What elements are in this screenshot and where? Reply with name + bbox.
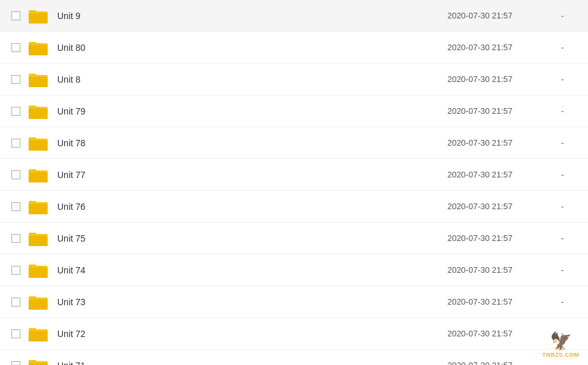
row-checkbox-6[interactable] bbox=[11, 170, 20, 179]
folder-icon bbox=[28, 326, 48, 342]
file-date: 2020-07-30 21:57 bbox=[416, 233, 544, 243]
folder-icon bbox=[28, 230, 48, 247]
file-size: - bbox=[544, 43, 582, 52]
table-row[interactable]: Unit 9 2020-07-30 21:57 - bbox=[0, 0, 588, 32]
row-checkbox-3[interactable] bbox=[11, 75, 20, 84]
file-size: - bbox=[544, 202, 582, 211]
table-row[interactable]: Unit 75 2020-07-30 21:57 - bbox=[0, 223, 588, 254]
checkbox-cell bbox=[6, 298, 25, 306]
row-checkbox-11[interactable] bbox=[11, 329, 20, 338]
checkbox-cell bbox=[6, 43, 25, 52]
file-size: - bbox=[544, 233, 582, 243]
row-checkbox-5[interactable] bbox=[11, 139, 20, 148]
table-row[interactable]: Unit 76 2020-07-30 21:57 - bbox=[0, 191, 588, 223]
checkbox-cell bbox=[6, 139, 25, 148]
folder-icon bbox=[28, 262, 48, 279]
file-name: Unit 75 bbox=[51, 233, 416, 244]
file-name: Unit 71 bbox=[51, 361, 416, 366]
checkbox-cell bbox=[6, 329, 25, 338]
file-date: 2020-07-30 21:57 bbox=[416, 329, 544, 338]
checkbox-cell bbox=[6, 234, 25, 243]
file-size: - bbox=[544, 11, 582, 20]
file-size: - bbox=[544, 74, 582, 84]
checkbox-cell bbox=[6, 361, 25, 366]
folder-icon bbox=[28, 39, 48, 56]
folder-icon-cell bbox=[25, 294, 51, 310]
folder-icon bbox=[28, 357, 48, 366]
file-date: 2020-07-30 21:57 bbox=[416, 106, 544, 116]
file-name: Unit 80 bbox=[51, 43, 416, 53]
checkbox-cell bbox=[6, 75, 25, 84]
file-size: - bbox=[544, 138, 582, 148]
watermark-text: TNBZS.COM bbox=[542, 352, 579, 358]
file-name: Unit 77 bbox=[51, 170, 416, 180]
folder-icon-cell bbox=[25, 167, 51, 183]
folder-icon-cell bbox=[25, 230, 51, 247]
table-row[interactable]: Unit 74 2020-07-30 21:57 - bbox=[0, 254, 588, 286]
row-checkbox-1[interactable] bbox=[11, 11, 20, 20]
row-checkbox-4[interactable] bbox=[11, 107, 20, 116]
checkbox-cell bbox=[6, 266, 25, 275]
table-row[interactable]: Unit 8 2020-07-30 21:57 - bbox=[0, 64, 588, 95]
folder-icon-cell bbox=[25, 103, 51, 120]
row-checkbox-2[interactable] bbox=[11, 43, 20, 52]
checkbox-cell bbox=[6, 107, 25, 116]
file-date: 2020-07-30 21:57 bbox=[416, 11, 544, 20]
folder-icon bbox=[28, 71, 48, 88]
table-row[interactable]: Unit 78 2020-07-30 21:57 - bbox=[0, 127, 588, 159]
folder-icon-cell bbox=[25, 39, 51, 56]
folder-icon-cell bbox=[25, 357, 51, 366]
file-date: 2020-07-30 21:57 bbox=[416, 43, 544, 52]
file-name: Unit 9 bbox=[51, 11, 416, 21]
row-checkbox-10[interactable] bbox=[11, 298, 20, 306]
checkbox-cell bbox=[6, 170, 25, 179]
row-checkbox-12[interactable] bbox=[11, 361, 20, 366]
file-list: Unit 9 2020-07-30 21:57 - Unit 80 2020-0… bbox=[0, 0, 588, 365]
row-checkbox-9[interactable] bbox=[11, 266, 20, 275]
file-date: 2020-07-30 21:57 bbox=[416, 170, 544, 179]
folder-icon bbox=[28, 198, 48, 215]
file-size: - bbox=[544, 361, 582, 365]
table-row[interactable]: Unit 77 2020-07-30 21:57 - bbox=[0, 159, 588, 191]
table-row[interactable]: Unit 79 2020-07-30 21:57 - bbox=[0, 95, 588, 127]
file-size: - bbox=[544, 106, 582, 116]
checkbox-cell bbox=[6, 202, 25, 211]
file-name: Unit 72 bbox=[51, 329, 416, 339]
folder-icon-cell bbox=[25, 326, 51, 342]
file-size: - bbox=[544, 170, 582, 179]
file-name: Unit 78 bbox=[51, 138, 416, 148]
file-size: - bbox=[544, 297, 582, 306]
table-row[interactable]: Unit 73 2020-07-30 21:57 - bbox=[0, 286, 588, 318]
watermark-bird-icon: 🦅 bbox=[550, 331, 572, 352]
folder-icon bbox=[28, 103, 48, 120]
folder-icon bbox=[28, 167, 48, 183]
folder-icon-cell bbox=[25, 198, 51, 215]
file-date: 2020-07-30 21:57 bbox=[416, 361, 544, 365]
folder-icon bbox=[28, 8, 48, 24]
file-date: 2020-07-30 21:57 bbox=[416, 297, 544, 306]
folder-icon-cell bbox=[25, 135, 51, 151]
file-name: Unit 74 bbox=[51, 265, 416, 275]
file-date: 2020-07-30 21:57 bbox=[416, 138, 544, 148]
table-row[interactable]: Unit 71 2020-07-30 21:57 - bbox=[0, 350, 588, 365]
file-name: Unit 79 bbox=[51, 106, 416, 116]
folder-icon-cell bbox=[25, 262, 51, 279]
table-row[interactable]: Unit 80 2020-07-30 21:57 - bbox=[0, 32, 588, 64]
file-date: 2020-07-30 21:57 bbox=[416, 265, 544, 275]
row-checkbox-8[interactable] bbox=[11, 234, 20, 243]
folder-icon-cell bbox=[25, 8, 51, 24]
file-size: - bbox=[544, 265, 582, 275]
row-checkbox-7[interactable] bbox=[11, 202, 20, 211]
file-date: 2020-07-30 21:57 bbox=[416, 202, 544, 211]
folder-icon-cell bbox=[25, 71, 51, 88]
table-row[interactable]: Unit 72 2020-07-30 21:57 - bbox=[0, 318, 588, 350]
file-name: Unit 73 bbox=[51, 297, 416, 307]
file-name: Unit 8 bbox=[51, 74, 416, 85]
file-name: Unit 76 bbox=[51, 202, 416, 212]
folder-icon bbox=[28, 294, 48, 310]
folder-icon bbox=[28, 135, 48, 151]
file-date: 2020-07-30 21:57 bbox=[416, 74, 544, 84]
watermark: 🦅 TNBZS.COM bbox=[538, 328, 583, 360]
checkbox-cell bbox=[6, 11, 25, 20]
